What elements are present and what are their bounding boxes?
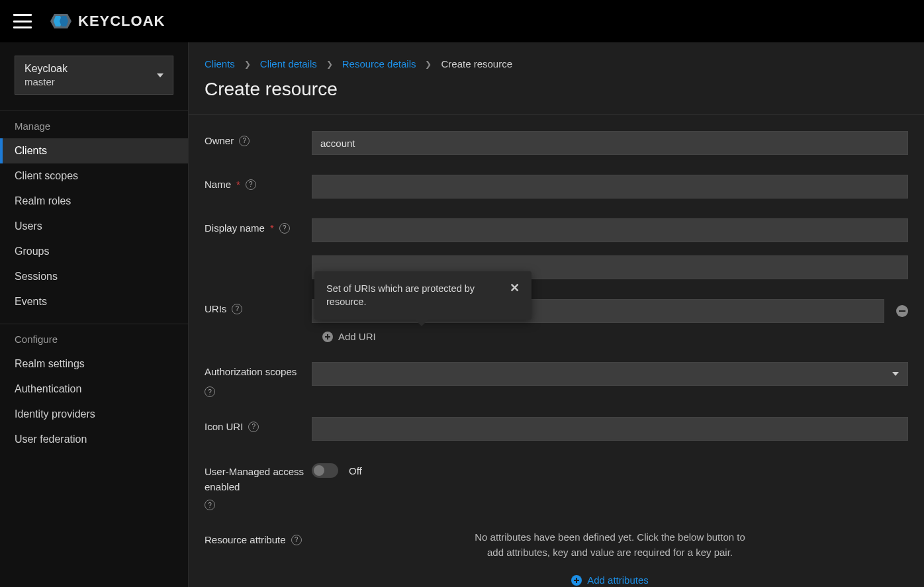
sidebar-item-authentication[interactable]: Authentication: [0, 377, 188, 402]
page-title: Create resource: [189, 75, 924, 114]
breadcrumb: Clients ❯ Client details ❯ Resource deta…: [189, 42, 924, 75]
uma-toggle[interactable]: [312, 463, 338, 478]
realm-selector-subtitle: master: [24, 76, 68, 87]
help-icon[interactable]: ?: [246, 179, 256, 190]
sidebar-item-clients[interactable]: Clients: [0, 138, 188, 163]
resource-attr-label: Resource attribute: [205, 534, 286, 545]
owner-input[interactable]: [312, 131, 908, 155]
sidebar-item-users[interactable]: Users: [0, 214, 188, 239]
realm-selector-title: Keycloak: [24, 63, 68, 75]
sidebar-item-client-scopes[interactable]: Client scopes: [0, 163, 188, 189]
help-icon[interactable]: ?: [232, 304, 242, 314]
plus-circle-icon: [322, 332, 333, 342]
resource-attr-empty: No attributes have been defined yet. Cli…: [471, 530, 749, 560]
tooltip-text: Set of URIs which are protected by resou…: [326, 282, 500, 309]
main-content: Clients ❯ Client details ❯ Resource deta…: [189, 42, 924, 587]
sidebar-item-identity-providers[interactable]: Identity providers: [0, 402, 188, 427]
brand-logo[interactable]: KEYCLOAK: [48, 11, 165, 31]
sidebar: Keycloak master Manage Clients Client sc…: [0, 42, 189, 587]
realm-selector[interactable]: Keycloak master: [15, 56, 173, 95]
help-icon[interactable]: ?: [279, 223, 290, 234]
keycloak-logo-icon: [48, 11, 74, 31]
auth-scopes-select[interactable]: [312, 362, 908, 386]
create-resource-form: Owner ? Name * ? Display n: [189, 115, 924, 587]
display-name-input[interactable]: [312, 218, 908, 242]
sidebar-section-manage: Manage: [0, 111, 188, 138]
breadcrumb-resource-details[interactable]: Resource details: [342, 58, 416, 69]
help-icon[interactable]: ?: [248, 422, 259, 432]
help-icon[interactable]: ?: [291, 535, 302, 545]
name-input[interactable]: [312, 175, 908, 199]
required-indicator: *: [236, 179, 240, 190]
sidebar-item-realm-roles[interactable]: Realm roles: [0, 189, 188, 214]
sidebar-item-user-federation[interactable]: User federation: [0, 427, 188, 452]
uris-help-tooltip: Set of URIs which are protected by resou…: [314, 271, 531, 320]
owner-label: Owner: [205, 135, 234, 146]
icon-uri-input[interactable]: [312, 417, 908, 441]
breadcrumb-current: Create resource: [441, 58, 512, 69]
uma-toggle-label: Off: [349, 465, 362, 476]
plus-circle-icon: [571, 575, 582, 586]
chevron-down-icon: [157, 73, 163, 77]
sidebar-item-realm-settings[interactable]: Realm settings: [0, 351, 188, 377]
chevron-right-icon: ❯: [326, 60, 333, 69]
help-icon[interactable]: ?: [205, 386, 215, 397]
sidebar-item-groups[interactable]: Groups: [0, 239, 188, 264]
name-label: Name: [205, 179, 231, 190]
breadcrumb-client-details[interactable]: Client details: [260, 58, 317, 69]
header: KEYCLOAK: [0, 0, 924, 42]
auth-scopes-label: Authorization scopes: [205, 366, 297, 377]
sidebar-item-sessions[interactable]: Sessions: [0, 264, 188, 289]
icon-uri-label: Icon URI: [205, 421, 243, 432]
uris-label: URIs: [205, 303, 226, 314]
add-uri-button[interactable]: Add URI: [322, 331, 908, 342]
sidebar-item-events[interactable]: Events: [0, 289, 188, 314]
close-icon[interactable]: ✕: [510, 282, 520, 294]
sidebar-section-configure: Configure: [0, 324, 188, 351]
display-name-label: Display name: [205, 222, 265, 234]
required-indicator: *: [270, 222, 274, 234]
uma-label: User-Managed access enabled: [205, 465, 312, 494]
remove-uri-button[interactable]: [896, 305, 908, 317]
help-icon[interactable]: ?: [239, 136, 250, 146]
hamburger-menu-icon[interactable]: [13, 14, 32, 28]
chevron-right-icon: ❯: [244, 60, 251, 69]
help-icon[interactable]: ?: [205, 500, 215, 510]
chevron-right-icon: ❯: [425, 60, 432, 69]
breadcrumb-clients[interactable]: Clients: [205, 58, 235, 69]
brand-name: KEYCLOAK: [78, 13, 165, 30]
add-attributes-button[interactable]: Add attributes: [312, 574, 908, 586]
